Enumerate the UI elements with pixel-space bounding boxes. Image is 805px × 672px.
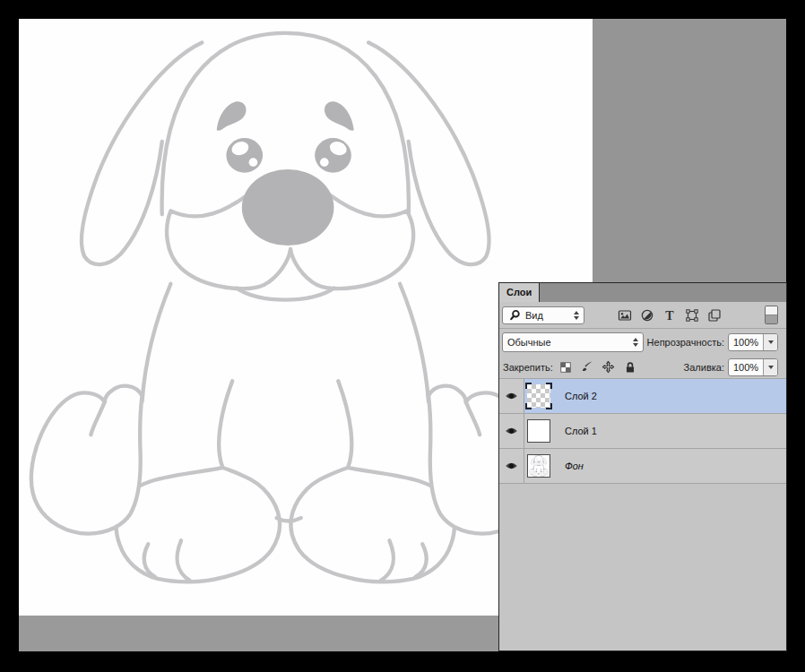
layer-row-layer2[interactable]: Слой 2 bbox=[499, 379, 786, 414]
opacity-control: 100% bbox=[728, 333, 778, 351]
layer-filter-row: Вид bbox=[499, 302, 786, 328]
selection-corner-icon bbox=[525, 383, 532, 389]
magnifier-icon bbox=[507, 308, 522, 323]
fill-label: Заливка: bbox=[684, 362, 724, 373]
blend-mode-select[interactable]: Обычные bbox=[502, 332, 644, 352]
dog-thumbnail bbox=[527, 454, 550, 478]
layer-thumbnail[interactable] bbox=[527, 419, 550, 443]
workspace: Слои Вид bbox=[19, 19, 786, 651]
application-window: Слои Вид bbox=[0, 0, 805, 672]
combo-arrows-icon bbox=[574, 311, 579, 320]
type-layers-filter-icon[interactable]: T bbox=[662, 308, 677, 323]
layer-row-body[interactable]: Слой 1 bbox=[524, 414, 786, 448]
lock-transparency-icon[interactable] bbox=[558, 360, 573, 375]
eye-icon bbox=[505, 461, 518, 470]
pixel-layers-filter-icon[interactable] bbox=[618, 308, 632, 323]
opacity-label: Непрозрачность: bbox=[647, 337, 724, 348]
eye-icon bbox=[505, 426, 518, 435]
filter-kind-select[interactable]: Вид bbox=[502, 306, 584, 324]
filter-kind-value: Вид bbox=[525, 310, 543, 321]
lock-position-move-icon[interactable] bbox=[602, 360, 616, 375]
layer-row-layer1[interactable]: Слой 1 bbox=[499, 414, 786, 449]
white-thumbnail bbox=[527, 419, 550, 443]
tab-layers[interactable]: Слои bbox=[499, 283, 540, 302]
layer-row-body[interactable]: Слой 2 bbox=[524, 379, 786, 413]
fill-dropdown-button[interactable] bbox=[763, 359, 777, 375]
visibility-cell[interactable] bbox=[499, 379, 524, 413]
opacity-value[interactable]: 100% bbox=[729, 337, 763, 348]
visibility-cell[interactable] bbox=[499, 414, 524, 448]
opacity-dropdown-button[interactable] bbox=[763, 334, 777, 350]
selection-corner-icon bbox=[525, 403, 532, 409]
layer-row-body[interactable]: Фон bbox=[524, 449, 786, 483]
panel-tab-bar: Слои bbox=[499, 283, 786, 302]
layer-name[interactable]: Слой 1 bbox=[565, 426, 597, 436]
layer-list-empty-area bbox=[499, 484, 786, 650]
filter-type-buttons: T bbox=[618, 308, 722, 323]
svg-text:T: T bbox=[665, 309, 674, 323]
blend-mode-value: Обычные bbox=[507, 337, 551, 348]
lock-buttons bbox=[558, 360, 637, 375]
layer-name[interactable]: Фон bbox=[565, 461, 584, 471]
layer-row-background[interactable]: Фон bbox=[499, 449, 786, 484]
layer-thumbnail-selected[interactable] bbox=[527, 384, 550, 408]
layer-name[interactable]: Слой 2 bbox=[565, 391, 597, 401]
selection-corner-icon bbox=[546, 403, 552, 409]
layers-panel: Слои Вид bbox=[498, 282, 787, 651]
fill-control: 100% bbox=[728, 358, 778, 376]
shape-layers-filter-icon[interactable] bbox=[685, 308, 699, 323]
lock-all-padlock-icon[interactable] bbox=[623, 360, 637, 375]
combo-arrows-icon bbox=[633, 338, 638, 347]
adjustment-layers-filter-icon[interactable] bbox=[640, 308, 654, 323]
lock-pixels-brush-icon[interactable] bbox=[580, 360, 594, 375]
layer-filtering-toggle[interactable] bbox=[765, 306, 778, 324]
blend-opacity-row: Обычные Непрозрачность: 100% bbox=[499, 329, 786, 356]
eye-icon bbox=[505, 392, 518, 401]
layer-list: Слой 2 Слой 1 bbox=[499, 379, 786, 484]
selection-corner-icon bbox=[546, 383, 552, 389]
fill-value[interactable]: 100% bbox=[729, 362, 763, 373]
layer-thumbnail[interactable] bbox=[527, 454, 550, 478]
lock-fill-row: Закрепить: bbox=[499, 356, 786, 378]
smart-object-filter-icon[interactable] bbox=[707, 308, 722, 323]
visibility-cell[interactable] bbox=[499, 449, 524, 483]
mini-dog-image bbox=[528, 455, 550, 477]
lock-label: Закрепить: bbox=[503, 362, 553, 373]
